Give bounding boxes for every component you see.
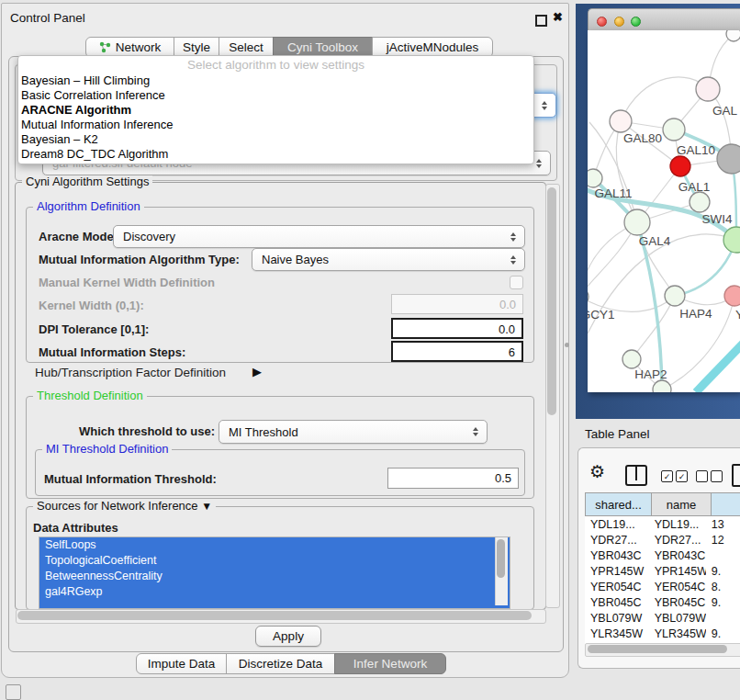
attributes-vscroll-thumb[interactable] <box>497 539 505 578</box>
hub-expand-arrow-icon[interactable]: ▶ <box>252 365 262 378</box>
aracne-mode-select[interactable]: Discovery <box>113 225 525 248</box>
node-gal11[interactable] <box>588 169 602 187</box>
settings-gear-icon[interactable]: ⚙ <box>589 461 605 482</box>
data-attribute-gal4rgexp[interactable]: gal4RGexp <box>39 584 510 600</box>
node-gal10[interactable] <box>663 119 685 141</box>
tab-discretize-data[interactable]: Discretize Data <box>226 653 335 674</box>
table-row[interactable]: YLR345WYLR345W9. <box>585 626 740 641</box>
algorithm-options: Bayesian – Hill ClimbingBasic Correlatio… <box>18 73 533 162</box>
node-swi4[interactable] <box>690 192 710 212</box>
column-header-clipped[interactable] <box>712 492 740 516</box>
minimized-panel-button[interactable] <box>6 684 21 700</box>
kernel-width-field[interactable]: 0.0 <box>391 294 523 314</box>
node-y[interactable] <box>724 286 740 306</box>
manual-kernel-checkbox[interactable] <box>510 276 523 289</box>
table-cell: YBR045C <box>649 596 706 609</box>
algorithm-option-bayesian-k2[interactable]: Bayesian – K2 <box>18 132 533 147</box>
node-gal4[interactable] <box>624 209 650 235</box>
table-row[interactable]: YBR045CYBR045C9. <box>585 594 740 610</box>
control-panel-title: Control Panel <box>10 11 85 25</box>
tab-impute-data[interactable]: Impute Data <box>136 653 227 674</box>
table-cell: YDR27... <box>649 534 706 547</box>
application-root: Control Panel ✖ NetworkStyleSelectCyni T… <box>0 0 740 700</box>
node-unlabeled[interactable] <box>717 144 740 174</box>
show-all-columns-icon[interactable]: ✓✓ <box>661 470 688 482</box>
network-icon <box>99 41 111 53</box>
node-unlabeled[interactable] <box>653 380 671 392</box>
node-gal1[interactable] <box>670 156 690 176</box>
node-label-gcy1: GCY1 <box>588 308 614 322</box>
table-cell: 9. <box>706 565 740 578</box>
settings-hscroll-thumb[interactable] <box>17 611 532 620</box>
apply-button[interactable]: Apply <box>255 626 321 647</box>
algorithm-option-aracne-algorithm[interactable]: ARACNE Algorithm <box>18 103 533 118</box>
node-hap4[interactable] <box>665 286 685 306</box>
mi-threshold-title: MI Threshold Definition <box>42 443 172 456</box>
table-cell: YLR345W <box>585 627 649 640</box>
minimize-traffic-light[interactable] <box>614 17 624 27</box>
column-header-name[interactable]: name <box>652 492 712 516</box>
dpi-tolerance-field[interactable]: 0.0 <box>391 318 523 339</box>
node-label-gal4: GAL4 <box>639 234 671 248</box>
tab-label: Select <box>229 40 263 54</box>
float-panel-icon[interactable] <box>535 15 547 27</box>
data-attribute-betweennesscentrality[interactable]: BetweennessCentrality <box>39 569 510 584</box>
tab-label: Impute Data <box>148 657 216 671</box>
table-row[interactable]: YPR145WYPR145W9. <box>585 563 740 579</box>
table-cell: YDL19... <box>585 518 649 531</box>
close-traffic-light[interactable] <box>597 17 607 27</box>
split-columns-divider <box>635 467 637 480</box>
table-row[interactable]: YDR27...YDR27...12 <box>585 532 740 548</box>
close-icon[interactable]: ✖ <box>553 10 563 24</box>
node-gcy1[interactable] <box>588 288 589 306</box>
mi-threshold-field[interactable]: 0.5 <box>387 468 519 489</box>
stepper-arrows-icon <box>506 255 520 265</box>
sources-collapse-arrow-icon[interactable]: ▼ <box>201 500 212 513</box>
table-hscroll-thumb[interactable] <box>588 645 727 653</box>
aracne-mode-label: Aracne Mode: <box>39 230 118 243</box>
mi-type-select[interactable]: Naive Bayes <box>252 248 525 271</box>
table-header-row: shared...name <box>585 492 740 516</box>
algorithm-option-dream8-dc-tdc-algorithm[interactable]: Dream8 DC_TDC Algorithm <box>18 147 533 162</box>
hub-definition-label[interactable]: Hub/Transcription Factor Definition <box>35 366 226 379</box>
data-attribute-partial-row[interactable] <box>39 600 510 608</box>
algorithm-option-bayesian-hill-climbing[interactable]: Bayesian – Hill Climbing <box>18 73 533 88</box>
network-canvas[interactable]: GALGAL80GAL10GAL1GAL11SWI4GAL4GCY1HAP4YH… <box>588 30 740 392</box>
table-cell: YDR27... <box>585 534 649 547</box>
table-cell: YER054C <box>585 581 649 593</box>
node-gal[interactable] <box>696 77 720 101</box>
node-unlabeled[interactable] <box>726 30 740 41</box>
algorithm-dropdown-list: Select algorithm to view settings Bayesi… <box>17 55 534 164</box>
data-attribute-topologicalcoefficient[interactable]: TopologicalCoefficient <box>39 553 510 569</box>
hide-all-columns-icon[interactable] <box>696 470 723 482</box>
table-cell: YER054C <box>649 581 706 593</box>
table-row[interactable]: YBR043CYBR043C <box>585 548 740 563</box>
export-table-icon[interactable] <box>732 464 740 487</box>
zoom-traffic-light[interactable] <box>631 17 641 27</box>
data-attribute-selfloops[interactable]: SelfLoops <box>39 537 510 553</box>
manual-kernel-label: Manual Kernel Width Definition <box>39 276 215 289</box>
sources-title-text: Sources for Network Inference <box>37 499 198 513</box>
node-label-gal80: GAL80 <box>623 131 662 145</box>
table-row[interactable]: YER054CYER054C8. <box>585 579 740 594</box>
algorithm-option-mutual-information-inference[interactable]: Mutual Information Inference <box>18 118 533 132</box>
table-row[interactable]: YBL079WYBL079W <box>585 610 740 626</box>
table-cell: YBR043C <box>649 549 706 562</box>
split-columns-icon[interactable] <box>625 465 647 486</box>
tab-label: Style <box>183 40 210 54</box>
algorithm-option-basic-correlation-inference[interactable]: Basic Correlation Inference <box>18 88 533 103</box>
network-graph[interactable]: GALGAL80GAL10GAL1GAL11SWI4GAL4GCY1HAP4YH… <box>588 30 740 392</box>
which-threshold-select[interactable]: MI Threshold <box>219 420 488 444</box>
splitter-handle[interactable] <box>565 343 569 347</box>
tab-infer-network[interactable]: Infer Network <box>334 653 446 674</box>
column-header-shared[interactable]: shared... <box>585 492 652 516</box>
table-cell: 13 <box>706 518 740 531</box>
settings-vscroll-thumb[interactable] <box>547 187 556 415</box>
mi-steps-field[interactable]: 6 <box>391 341 523 362</box>
table-row[interactable]: YDL19...YDL19...13 <box>585 516 740 532</box>
node-gal80[interactable] <box>610 110 632 132</box>
cyni-bottom-tabbar: Impute DataDiscretize DataInfer Network <box>136 653 446 674</box>
mi-threshold-label: Mutual Information Threshold: <box>44 472 217 486</box>
node-hap2[interactable] <box>622 350 641 368</box>
tab-label: Infer Network <box>353 657 427 671</box>
